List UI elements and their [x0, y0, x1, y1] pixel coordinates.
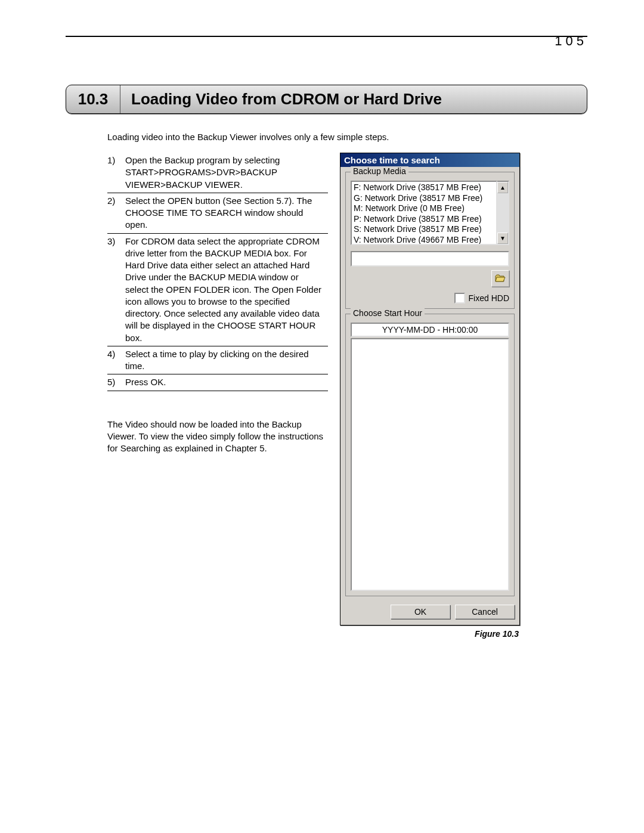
step-text: For CDROM data select the appropriate CD…	[125, 233, 328, 346]
fixed-hdd-checkbox[interactable]	[454, 293, 465, 304]
start-hour-input[interactable]: YYYY-MM-DD - HH:00:00	[351, 323, 509, 337]
scrollbar[interactable]: ▲ ▼	[497, 181, 509, 245]
scroll-up-button[interactable]: ▲	[497, 182, 508, 193]
header-rule	[66, 36, 587, 37]
figure-caption: Figure 10.3	[340, 629, 519, 639]
steps-table: 1) Open the Backup program by selecting …	[107, 153, 328, 391]
drive-item[interactable]: V: Network Drive (49667 MB Free)	[354, 235, 494, 246]
body-row: 1) Open the Backup program by selecting …	[107, 153, 587, 639]
step-number: 5)	[107, 374, 125, 391]
drive-item[interactable]: M: Network Drive (0 MB Free)	[354, 203, 494, 214]
step-number: 2)	[107, 193, 125, 233]
section-title: Loading Video from CDROM or Hard Drive	[120, 85, 453, 113]
step-row: 2) Select the OPEN button (See Section 5…	[107, 193, 328, 233]
fixed-hdd-row: Fixed HDD	[351, 293, 509, 304]
step-row: 1) Open the Backup program by selecting …	[107, 153, 328, 193]
step-number: 1)	[107, 153, 125, 193]
step-row: 4) Select a time to play by clicking on …	[107, 346, 328, 374]
left-column: 1) Open the Backup program by selecting …	[107, 153, 328, 454]
start-hour-list[interactable]	[351, 338, 509, 591]
step-text: Select the OPEN button (See Section 5.7)…	[125, 193, 328, 233]
fixed-hdd-label: Fixed HDD	[469, 293, 509, 303]
drive-listbox[interactable]: F: Network Drive (38517 MB Free) G: Netw…	[351, 181, 497, 245]
section-header: 10.3 Loading Video from CDROM or Hard Dr…	[66, 85, 587, 114]
open-folder-button[interactable]	[491, 270, 509, 287]
cancel-button[interactable]: Cancel	[455, 605, 515, 619]
choose-start-hour-legend: Choose Start Hour	[351, 308, 425, 318]
right-column: Choose time to search Backup Media F: Ne…	[340, 153, 520, 639]
step-number: 4)	[107, 346, 125, 374]
path-input[interactable]	[351, 251, 509, 267]
post-text: The Video should now be loaded into the …	[107, 419, 328, 455]
step-text: Press OK.	[125, 374, 328, 391]
dialog-buttons: OK Cancel	[340, 601, 519, 625]
backup-media-group: Backup Media F: Network Drive (38517 MB …	[345, 172, 515, 309]
dialog-title: Choose time to search	[340, 153, 519, 167]
step-text: Select a time to play by clicking on the…	[125, 346, 328, 374]
intro-text: Loading video into the Backup Viewer inv…	[107, 132, 587, 142]
ok-button[interactable]: OK	[391, 605, 450, 619]
choose-time-dialog: Choose time to search Backup Media F: Ne…	[340, 153, 520, 625]
section-number: 10.3	[66, 85, 120, 113]
scroll-track[interactable]	[497, 193, 508, 233]
drive-list-wrap: F: Network Drive (38517 MB Free) G: Netw…	[351, 181, 509, 245]
step-number: 3)	[107, 233, 125, 346]
document-page: 105 10.3 Loading Video from CDROM or Har…	[0, 0, 644, 833]
choose-start-hour-group: Choose Start Hour YYYY-MM-DD - HH:00:00	[345, 314, 515, 596]
drive-item[interactable]: S: Network Drive (38517 MB Free)	[354, 224, 494, 235]
backup-media-legend: Backup Media	[351, 166, 408, 176]
drive-item[interactable]: G: Network Drive (38517 MB Free)	[354, 193, 494, 204]
scroll-down-button[interactable]: ▼	[497, 233, 508, 244]
drive-item[interactable]: F: Network Drive (38517 MB Free)	[354, 182, 494, 193]
page-number: 105	[555, 33, 587, 49]
step-text: Open the Backup program by selecting STA…	[125, 153, 328, 193]
step-row: 5) Press OK.	[107, 374, 328, 391]
drive-item[interactable]: P: Network Drive (38517 MB Free)	[354, 214, 494, 225]
step-row: 3) For CDROM data select the appropriate…	[107, 233, 328, 346]
open-folder-icon	[495, 274, 506, 283]
